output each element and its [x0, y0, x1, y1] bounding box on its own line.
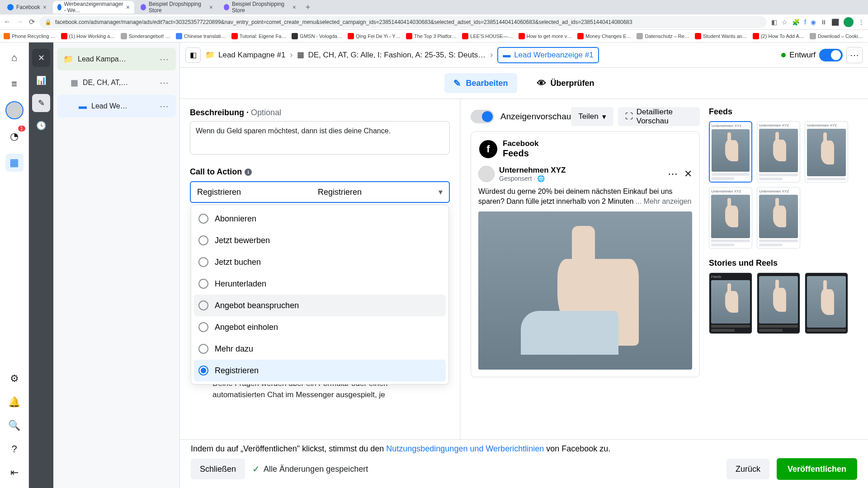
placement-thumb[interactable]: Unternehmen XYZ: [709, 121, 752, 183]
tab-close-icon[interactable]: ×: [43, 4, 47, 11]
cta-option[interactable]: Angebot einholen: [194, 316, 446, 338]
bookmark-item[interactable]: (2) How To Add A…: [753, 33, 804, 39]
bookmark-item[interactable]: LEE'S HOUSE—…: [462, 33, 513, 39]
cta-option[interactable]: Mehr dazu: [194, 338, 446, 360]
publish-button[interactable]: Veröffentlichen: [777, 458, 857, 480]
browser-tab[interactable]: Beispiel Dropshipping Store×: [219, 1, 301, 14]
close-button[interactable]: Schließen: [191, 459, 245, 479]
cta-option[interactable]: Angebot beanspruchen: [194, 295, 446, 316]
back-icon[interactable]: ←: [4, 18, 11, 26]
detailed-preview-button[interactable]: ⛶Detaillierte Vorschau: [618, 107, 700, 126]
menu-icon[interactable]: ≡: [5, 75, 24, 93]
extension-icon[interactable]: ◉: [811, 19, 816, 26]
edit-icon[interactable]: ✎: [32, 94, 50, 112]
breadcrumb-ad[interactable]: ▬Lead Werbeanzeige #1: [497, 47, 599, 63]
close-icon[interactable]: ✕: [32, 49, 50, 67]
back-button[interactable]: Zurück: [726, 459, 769, 479]
star-icon[interactable]: ☆: [782, 19, 788, 26]
bookmark-item[interactable]: Phone Recycling …: [4, 33, 56, 39]
browser-tab[interactable]: Facebook×: [3, 1, 51, 14]
new-tab-button[interactable]: +: [302, 2, 313, 13]
description-label: Beschreibung · Optional: [190, 108, 450, 117]
cta-option[interactable]: Herunterladen: [194, 273, 446, 295]
placement-thumb[interactable]: Feeds: [709, 272, 752, 334]
see-more-link[interactable]: ... Mehr anzeigen: [636, 197, 692, 205]
settings-icon[interactable]: ⚙: [5, 370, 24, 388]
collapse-icon[interactable]: ⇤: [5, 464, 24, 482]
extension-icon[interactable]: f: [804, 19, 806, 26]
bookmark-item[interactable]: Sonderangebot! …: [121, 33, 170, 39]
help-icon[interactable]: ?: [5, 440, 24, 458]
bookmark-item[interactable]: Student Wants an…: [695, 33, 747, 39]
breadcrumb-adset[interactable]: ▦DE, CH, AT, G: Alle, I: Fashion, A: 25-…: [297, 50, 486, 60]
cta-option[interactable]: Abonnieren: [194, 208, 446, 230]
tree-ad[interactable]: ▬Lead We… ⋯: [57, 95, 176, 117]
folder-icon: 📁: [63, 54, 73, 64]
more-icon[interactable]: ⋯: [846, 47, 863, 63]
home-icon[interactable]: ⌂: [5, 49, 24, 67]
bookmark-item[interactable]: (1) How Working a…: [61, 33, 115, 39]
bookmark-item[interactable]: GMSN - Vologda…: [292, 33, 342, 39]
ads-manager-icon[interactable]: ▦: [5, 154, 24, 172]
tree-adset[interactable]: ▦DE, CH, AT,… ⋯: [57, 71, 176, 94]
bookmark-item[interactable]: Money Changes E…: [577, 33, 632, 39]
bookmark-item[interactable]: Download – Cooki…: [810, 33, 863, 39]
tab-close-icon[interactable]: ×: [292, 4, 296, 11]
terms-link[interactable]: Nutzungsbedingungen und Werberichtlinien: [386, 444, 544, 453]
bookmark-item[interactable]: Qing Fei De Yi - Y…: [348, 33, 401, 39]
cta-label: Call to Action i: [190, 167, 450, 177]
placement-thumb[interactable]: [757, 272, 800, 334]
more-icon[interactable]: ⋯: [160, 101, 170, 112]
browser-tab[interactable]: Werbeanzeigenmanager - We...×: [53, 1, 134, 14]
tab-edit[interactable]: ✎Bearbeiten: [444, 73, 517, 93]
search-icon[interactable]: 🔍: [5, 417, 24, 435]
more-icon[interactable]: ⋯: [160, 77, 170, 88]
close-icon[interactable]: ✕: [684, 168, 692, 180]
profile-avatar[interactable]: [5, 101, 24, 119]
placement-thumb[interactable]: Unternehmen XYZ: [805, 121, 848, 183]
tree-campaign[interactable]: 📁Lead Kampa… ⋯: [57, 48, 176, 70]
placement-thumb[interactable]: Unternehmen XYZ: [709, 187, 752, 249]
history-icon[interactable]: 🕓: [32, 117, 50, 135]
bookmark-item[interactable]: Tutorial: Eigene Fa…: [231, 33, 287, 39]
forward-icon[interactable]: →: [16, 18, 24, 26]
notifications-icon[interactable]: 🔔: [5, 393, 24, 411]
address-bar[interactable]: 🔒 facebook.com/adsmanager/manage/ads/edi…: [39, 16, 767, 28]
cta-option[interactable]: Registrieren: [194, 360, 446, 381]
bookmark-item[interactable]: Chinese translati…: [176, 33, 226, 39]
bookmark-item[interactable]: The Top 3 Platfor…: [406, 33, 457, 39]
cta-option[interactable]: Jetzt buchen: [194, 251, 446, 273]
more-icon[interactable]: ⋯: [668, 168, 678, 180]
reload-icon[interactable]: ⟳: [29, 18, 35, 26]
cta-select[interactable]: Registrieren Registrieren Registrieren ▾…: [190, 181, 450, 203]
ad-icon: ▬: [79, 102, 87, 111]
chart-icon[interactable]: 📊: [32, 71, 50, 89]
breadcrumb-campaign[interactable]: 📁Lead Kampagne #1: [205, 50, 285, 60]
bookmark-item[interactable]: Datenschutz – Re…: [637, 33, 689, 39]
profile-icon[interactable]: [844, 17, 854, 27]
browser-tab[interactable]: Beispiel Dropshipping Store×: [136, 1, 217, 14]
placement-thumb[interactable]: Unternehmen XYZ: [757, 121, 800, 183]
placement-thumb[interactable]: [805, 272, 848, 334]
tab-review[interactable]: 👁Überprüfen: [528, 73, 604, 93]
cta-option[interactable]: Jetzt bewerben: [194, 230, 446, 251]
apps-icon[interactable]: ◔1: [5, 127, 24, 145]
menu-icon[interactable]: ⋮: [858, 19, 864, 26]
publish-toggle[interactable]: [819, 49, 843, 61]
folder-icon: 📁: [205, 50, 215, 60]
info-icon[interactable]: i: [245, 169, 252, 176]
extension-icon[interactable]: ⬛: [831, 19, 839, 26]
more-icon[interactable]: ⋯: [160, 54, 170, 65]
extension-icon[interactable]: ⏸: [821, 19, 827, 26]
extension-icon[interactable]: ◧: [771, 19, 777, 26]
placement-thumb[interactable]: Unternehmen XYZ: [757, 187, 800, 249]
tab-close-icon[interactable]: ×: [209, 4, 213, 11]
tab-close-icon[interactable]: ×: [126, 4, 130, 11]
preview-toggle[interactable]: [471, 110, 494, 123]
bookmark-item[interactable]: How to get more v…: [519, 33, 572, 39]
extension-icon[interactable]: 🧩: [792, 19, 800, 26]
preview-card: f Facebook Feeds Unternehmen XYZ: [471, 131, 700, 377]
panel-toggle-icon[interactable]: ◧: [185, 47, 201, 63]
share-button[interactable]: Teilen▾: [571, 107, 613, 126]
description-input[interactable]: [190, 121, 450, 155]
